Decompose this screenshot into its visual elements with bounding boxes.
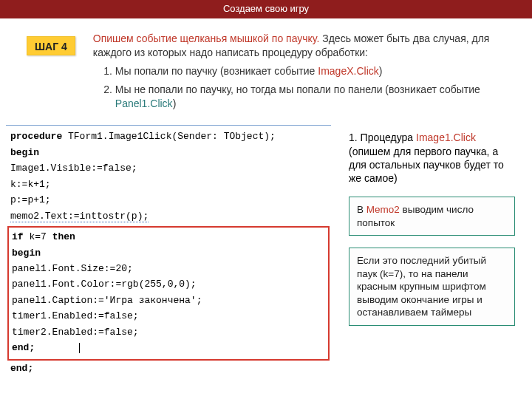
step-label: ШАГ 4 bbox=[35, 41, 67, 52]
list-text: Мы не попали по паучку, но тогда мы попа… bbox=[115, 83, 480, 95]
slide-title: Создаем свою игру bbox=[223, 3, 309, 14]
code-line: panel1.Font.Color:=rgb(255,0,0); bbox=[9, 276, 328, 292]
code-line: if k=7 then bbox=[9, 229, 328, 245]
code-kw: procedure bbox=[10, 131, 62, 142]
code-kw: if bbox=[12, 231, 24, 242]
code-kw: end; bbox=[12, 342, 35, 353]
lower-section: procedure TForm1.Image1Click(Sender: TOb… bbox=[0, 122, 532, 376]
code-line: begin bbox=[9, 245, 328, 261]
code-line: end; bbox=[6, 361, 331, 376]
step-badge: ШАГ 4 bbox=[27, 36, 75, 55]
code-text: k=7 bbox=[24, 231, 52, 242]
note-box-2: Если это последний убитый паук (k=7), то… bbox=[349, 248, 515, 326]
upper-section: ШАГ 4 Опишем событие щелканья мышкой по … bbox=[0, 18, 532, 122]
right-intro: 1. Процедура Image1.Click (опишем для пе… bbox=[349, 131, 516, 185]
code-line: k:=k+1; bbox=[6, 177, 331, 192]
text: (опишем для первого паучка, а для осталь… bbox=[349, 146, 504, 184]
list-text: ) bbox=[379, 65, 383, 77]
procedure-name: Image1.Click bbox=[416, 132, 476, 143]
code-line: p:=p+1; bbox=[6, 192, 331, 208]
event-name: Panel1.Click bbox=[115, 98, 173, 109]
code-line: begin bbox=[6, 145, 331, 160]
code-highlight-box: if k=7 then begin panel1.Font.Size:=20; … bbox=[7, 226, 330, 361]
code-line: end; bbox=[9, 340, 328, 355]
intro-paragraph: Опишем событие щелканья мышкой по паучку… bbox=[93, 32, 510, 60]
note-box-1: В Memo2 выводим число попыток bbox=[349, 197, 515, 236]
list-text: ) bbox=[173, 98, 177, 109]
upper-body: Опишем событие щелканья мышкой по паучку… bbox=[93, 32, 510, 115]
code-line: timer2.Enabled:=false; bbox=[9, 324, 328, 340]
code-line: timer1.Enabled:=false; bbox=[9, 308, 328, 324]
list-item: Мы попали по паучку (возникает событие I… bbox=[115, 64, 510, 78]
code-box: procedure TForm1.Image1Click(Sender: TOb… bbox=[6, 125, 331, 376]
case-list: Мы попали по паучку (возникает событие I… bbox=[93, 64, 510, 111]
intro-highlight: Опишем событие щелканья мышкой по паучку… bbox=[93, 33, 320, 44]
memo-name: Memo2 bbox=[366, 204, 400, 215]
code-line: Image1.Visible:=false; bbox=[6, 160, 331, 176]
code-line: panel1.Font.Size:=20; bbox=[9, 261, 328, 276]
slide-header: Создаем свою игру bbox=[0, 0, 532, 18]
event-name: ImageX.Click bbox=[318, 65, 378, 77]
text: 1. Процедура bbox=[349, 132, 416, 143]
text: Если это последний убитый паук (k=7), то… bbox=[357, 255, 486, 318]
text-cursor bbox=[79, 343, 80, 353]
text: В bbox=[357, 204, 366, 215]
code-line: procedure TForm1.Image1Click(Sender: TOb… bbox=[6, 129, 331, 144]
code-kw: then bbox=[52, 231, 75, 242]
code-line-highlight: memo2.Text:=inttostr(p); bbox=[6, 208, 331, 224]
right-column: 1. Процедура Image1.Click (опишем для пе… bbox=[349, 125, 516, 376]
list-text: Мы попали по паучку (возникает событие bbox=[115, 65, 318, 77]
list-item: Мы не попали по паучку, но тогда мы попа… bbox=[115, 83, 510, 111]
code-line: panel1.Caption:='Игра закончена'; bbox=[9, 293, 328, 308]
code-text: TForm1.Image1Click(Sender: TObject); bbox=[62, 131, 276, 142]
